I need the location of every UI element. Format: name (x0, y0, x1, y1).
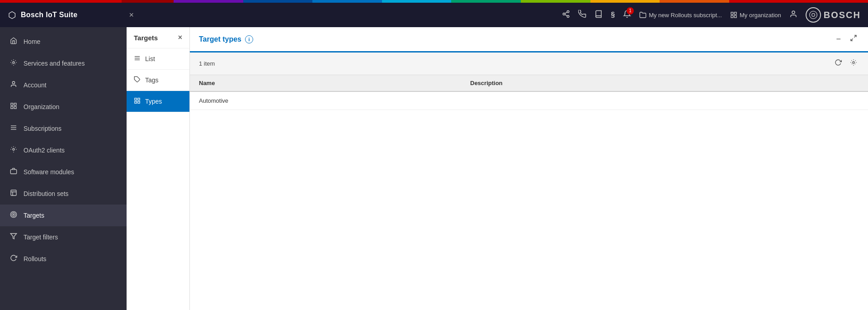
svg-rect-6 (734, 12, 736, 14)
main-layout: Home Services and features Account Organ… (0, 27, 868, 310)
svg-rect-16 (11, 106, 13, 109)
svg-line-37 (851, 38, 853, 41)
sidebar-label-distribution-sets: Distribution sets (24, 190, 69, 197)
sidebar-item-software-modules[interactable]: Software modules (0, 161, 127, 183)
sidebar-item-organization[interactable]: Organization (0, 96, 127, 118)
svg-line-3 (565, 14, 567, 16)
sidebar-item-targets[interactable]: Targets (0, 205, 127, 226)
target-types-table: Name Description Automotive (190, 75, 868, 110)
targets-nav-tags-label: Tags (145, 76, 159, 84)
targets-nav-tags[interactable]: Tags (127, 70, 189, 91)
svg-rect-15 (14, 103, 16, 105)
content-title-text: Target types (199, 35, 241, 43)
header: ⬡ Bosch IoT Suite × § 1 My new Rollouts … (0, 3, 868, 27)
svg-rect-8 (734, 15, 736, 18)
sidebar-item-subscriptions[interactable]: Subscriptions (0, 118, 127, 139)
targets-nav-list[interactable]: List (127, 48, 189, 70)
subscription-label: My new Rollouts subscript... (649, 12, 722, 19)
svg-line-36 (854, 35, 856, 38)
col-header-description: Description (461, 75, 868, 91)
bell-badge: 1 (627, 7, 634, 14)
svg-point-0 (567, 10, 569, 13)
sidebar: Home Services and features Account Organ… (0, 27, 127, 310)
svg-rect-33 (138, 98, 140, 100)
organization-icon (9, 102, 18, 111)
svg-point-9 (792, 11, 795, 14)
app-title: Bosch IoT Suite (21, 11, 77, 19)
rollouts-icon (9, 254, 18, 263)
bell-icon[interactable]: 1 (623, 10, 631, 20)
content-title-area: Target types i (199, 35, 253, 43)
sidebar-label-organization: Organization (24, 103, 59, 110)
subscriptions-icon (9, 124, 18, 133)
logo-area: ⬡ Bosch IoT Suite × (7, 10, 134, 20)
bosch-logo: BOSCH (806, 7, 861, 23)
svg-point-2 (567, 15, 569, 18)
svg-point-13 (12, 81, 14, 84)
targets-nav-types[interactable]: Types (127, 91, 189, 112)
organization-label: My organization (740, 12, 781, 19)
svg-point-12 (13, 62, 14, 63)
sidebar-label-rollouts: Rollouts (24, 255, 47, 262)
svg-rect-5 (731, 12, 733, 14)
targets-panel: Targets × List Tags Types (127, 27, 190, 310)
svg-rect-17 (14, 106, 16, 109)
services-icon (9, 59, 18, 68)
minimize-button[interactable]: − (834, 33, 843, 46)
bosch-text: BOSCH (824, 10, 861, 20)
section-icon[interactable]: § (611, 11, 615, 19)
sidebar-item-account[interactable]: Account (0, 74, 127, 96)
svg-point-26 (13, 214, 14, 215)
content-area: Target types i − 1 item (190, 27, 868, 310)
table-toolbar: 1 item (190, 52, 868, 75)
subscription-item[interactable]: My new Rollouts subscript... (639, 11, 722, 19)
svg-point-25 (12, 213, 15, 216)
targets-panel-title: Targets (134, 34, 158, 42)
info-icon[interactable]: i (245, 35, 253, 43)
sidebar-item-oauth2[interactable]: OAuth2 clients (0, 139, 127, 161)
sidebar-label-oauth2: OAuth2 clients (24, 147, 65, 154)
sidebar-item-home[interactable]: Home (0, 31, 127, 52)
svg-point-10 (809, 11, 817, 19)
oauth2-icon (9, 146, 18, 155)
svg-point-1 (563, 13, 565, 15)
table-header-row: Name Description (190, 75, 868, 91)
organization-item[interactable]: My organization (730, 11, 781, 19)
sidebar-item-services-features[interactable]: Services and features (0, 52, 127, 74)
bosch-icon: ⬡ (7, 10, 16, 20)
svg-point-21 (13, 148, 14, 150)
software-modules-icon (9, 167, 18, 176)
svg-rect-32 (135, 98, 137, 100)
bosch-circle (806, 7, 821, 23)
svg-point-11 (811, 14, 815, 17)
targets-panel-close[interactable]: × (178, 33, 182, 42)
share-icon[interactable] (562, 10, 570, 20)
tags-nav-icon (134, 76, 141, 84)
sidebar-label-targets: Targets (24, 212, 44, 219)
svg-point-38 (853, 62, 854, 63)
svg-rect-22 (10, 170, 16, 174)
sidebar-close-icon[interactable]: × (129, 10, 134, 20)
sidebar-item-target-filters[interactable]: Target filters (0, 226, 127, 248)
sidebar-label-home: Home (24, 38, 40, 45)
sidebar-item-rollouts[interactable]: Rollouts (0, 248, 127, 270)
book-icon[interactable] (594, 10, 603, 20)
sidebar-label-subscriptions: Subscriptions (24, 125, 61, 132)
expand-button[interactable] (848, 33, 859, 46)
home-icon (9, 37, 18, 46)
types-nav-icon (134, 97, 141, 105)
sidebar-label-services: Services and features (24, 60, 85, 67)
sidebar-label-software-modules: Software modules (24, 168, 74, 176)
refresh-button[interactable] (833, 57, 844, 70)
sidebar-item-distribution-sets[interactable]: Distribution sets (0, 183, 127, 205)
content-header-actions: − (834, 33, 859, 46)
targets-nav-types-label: Types (145, 98, 162, 105)
settings-button[interactable] (848, 57, 859, 70)
table-row[interactable]: Automotive (190, 91, 868, 110)
item-count: 1 item (199, 60, 215, 67)
cell-name: Automotive (190, 91, 461, 110)
svg-rect-35 (138, 101, 140, 103)
phone-icon[interactable] (578, 10, 586, 20)
svg-rect-34 (135, 101, 137, 103)
user-icon[interactable] (789, 10, 797, 20)
